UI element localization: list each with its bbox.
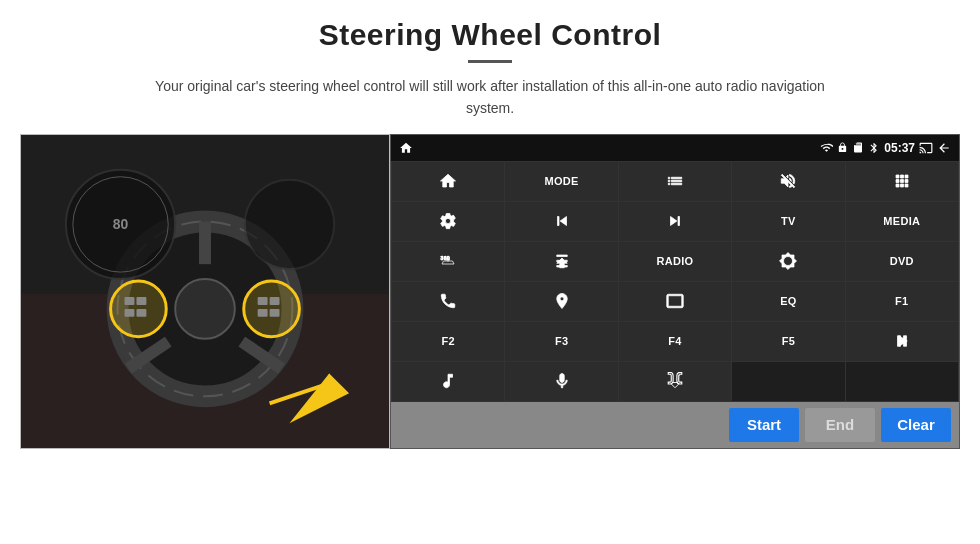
- start-button[interactable]: Start: [729, 408, 799, 442]
- title-divider: [468, 60, 512, 63]
- btn-play-pause[interactable]: [846, 322, 958, 361]
- end-button[interactable]: End: [805, 408, 875, 442]
- home-status-icon: [399, 141, 413, 155]
- status-time: 05:37: [884, 141, 915, 155]
- button-grid: MODE TV: [391, 161, 959, 402]
- svg-rect-10: [125, 297, 135, 305]
- head-unit-panel: 05:37 MODE: [390, 134, 960, 449]
- page-wrapper: Steering Wheel Control Your original car…: [0, 0, 980, 544]
- svg-rect-17: [258, 309, 268, 317]
- svg-rect-13: [136, 309, 146, 317]
- btn-f3[interactable]: F3: [505, 322, 617, 361]
- btn-f5[interactable]: F5: [732, 322, 844, 361]
- svg-point-8: [175, 279, 235, 339]
- btn-list[interactable]: [619, 162, 731, 201]
- btn-f2[interactable]: F2: [392, 322, 504, 361]
- page-title: Steering Wheel Control: [319, 18, 662, 52]
- btn-mute[interactable]: [732, 162, 844, 201]
- svg-rect-15: [258, 297, 268, 305]
- btn-music[interactable]: [392, 362, 504, 401]
- svg-rect-11: [136, 297, 146, 305]
- cast-icon: [919, 141, 933, 155]
- btn-radio[interactable]: RADIO: [619, 242, 731, 281]
- btn-screen[interactable]: [619, 282, 731, 321]
- btn-apps[interactable]: [846, 162, 958, 201]
- btn-phone[interactable]: [392, 282, 504, 321]
- btn-prev[interactable]: [505, 202, 617, 241]
- btn-eq[interactable]: EQ: [732, 282, 844, 321]
- car-image: 80: [20, 134, 390, 449]
- btn-next[interactable]: [619, 202, 731, 241]
- btn-r6c4-empty: [732, 362, 844, 401]
- wifi-icon: [820, 141, 833, 154]
- status-right: 05:37: [820, 141, 951, 155]
- btn-360cam[interactable]: 360: [392, 242, 504, 281]
- btn-vol-call[interactable]: [619, 362, 731, 401]
- btn-brightness[interactable]: [732, 242, 844, 281]
- svg-point-22: [245, 179, 334, 268]
- btn-navi[interactable]: [505, 282, 617, 321]
- svg-text:80: 80: [113, 216, 129, 232]
- bottom-bar: Start End Clear: [391, 402, 959, 448]
- btn-eject[interactable]: [505, 242, 617, 281]
- content-row: 80: [20, 134, 960, 449]
- svg-rect-16: [270, 297, 280, 305]
- svg-rect-12: [125, 309, 135, 317]
- btn-f4[interactable]: F4: [619, 322, 731, 361]
- btn-dvd[interactable]: DVD: [846, 242, 958, 281]
- lock-icon: [837, 141, 848, 154]
- btn-home[interactable]: [392, 162, 504, 201]
- btn-tv[interactable]: TV: [732, 202, 844, 241]
- btn-r6c5-empty: [846, 362, 958, 401]
- btn-media[interactable]: MEDIA: [846, 202, 958, 241]
- page-subtitle: Your original car's steering wheel contr…: [140, 75, 840, 120]
- status-bar: 05:37: [391, 135, 959, 161]
- btn-mode[interactable]: MODE: [505, 162, 617, 201]
- status-left: [399, 141, 413, 155]
- btn-settings-circle[interactable]: [392, 202, 504, 241]
- btn-f1[interactable]: F1: [846, 282, 958, 321]
- bluetooth-icon: [868, 141, 880, 155]
- clear-button[interactable]: Clear: [881, 408, 951, 442]
- back-icon: [937, 141, 951, 155]
- svg-rect-18: [270, 309, 280, 317]
- btn-microphone[interactable]: [505, 362, 617, 401]
- sd-icon: [852, 141, 864, 154]
